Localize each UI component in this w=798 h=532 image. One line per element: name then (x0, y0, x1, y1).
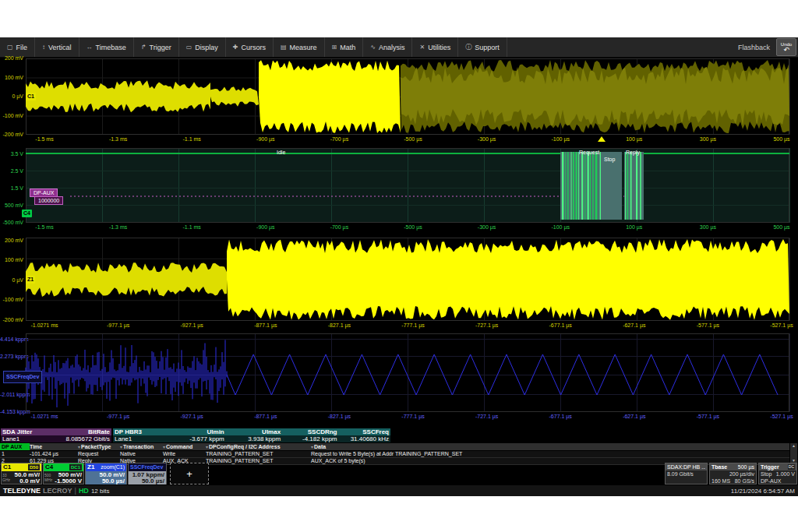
menu-label: Analysis (379, 44, 405, 51)
sscfreqdev-trace-tag[interactable]: SSCFreqDev (3, 371, 42, 383)
brand-separator: | (75, 487, 76, 495)
table-row: Lane1 8.085672 Gbit/s (1, 435, 111, 442)
sda-summary-box[interactable]: SDAX:DP HB ... 8.09 Gbit/s (665, 463, 708, 484)
sort-arrow-icon: ▾ (311, 445, 313, 449)
decode-header-address[interactable]: ▾DPConfigReq / I2C Address (206, 443, 281, 451)
c4-ground-badge[interactable]: C4 (22, 210, 32, 217)
c1-bandwidth-unit: GHz (2, 477, 10, 482)
menu-item-measure[interactable]: ▤Measure (274, 37, 325, 57)
x-tick-label: -627.1 µs (623, 322, 645, 328)
x-tick-label: -300 µs (478, 136, 496, 142)
menu-item-utilities[interactable]: ✕Utilities (412, 37, 458, 57)
dpaux-decode-table[interactable]: DP AUX Time ▾PacketType ▾Transaction ▾Co… (0, 443, 789, 463)
menu-label: Display (195, 44, 218, 51)
grid4-time-axis: -1.0271 ms-977.1 µs-927.1 µs-877.1 µs-82… (0, 413, 798, 422)
decode-bus-cell[interactable]: DP AUX (0, 443, 30, 450)
trigger-coupling-badge: DC (788, 464, 795, 470)
hbr3-sscdrng: -4.182 kppm (282, 435, 338, 442)
x-tick-label: -927.1 µs (181, 322, 203, 328)
x-tick-label: -700 µs (330, 136, 349, 142)
grid3-zoom-plot[interactable] (0, 238, 798, 321)
grid1-waveform-plot[interactable] (0, 58, 798, 135)
sscfreqdev-descriptor-box[interactable]: SSCFreqDev 1.07 kppm/50.0 µs/ (128, 463, 167, 484)
x-tick-label: -1.3 ms (109, 224, 127, 230)
bits-label: 12 bits (91, 488, 110, 495)
x-tick-label: -977.1 µs (107, 414, 129, 419)
decode-table-scrollbar[interactable]: ▲ ▼ (790, 443, 797, 463)
menu-item-timebase[interactable]: ↔Timebase (79, 37, 134, 57)
sda-box-value: 8.09 Gbit/s (667, 470, 694, 477)
decode-row-1[interactable]: 1 -101.424 µs Request Native Write TRAIN… (0, 451, 789, 458)
brand-lecroy: LECROY (43, 487, 72, 495)
menu-item-trigger[interactable]: ↱Trigger (134, 37, 179, 57)
z1-descriptor-box[interactable]: Z1 zoom(C1) 50.0 mV/50.0 µs/ (85, 463, 127, 484)
decode-time: -101.424 µs (30, 451, 58, 457)
decode-header-data[interactable]: ▾Data (311, 443, 326, 451)
decode-header-label: Command (166, 444, 192, 449)
menu-item-math[interactable]: ⊞Math (325, 37, 364, 57)
menu-item-vertical[interactable]: ↕Vertical (35, 37, 79, 57)
c4-descriptor-box[interactable]: C4 DC1 500MHz 500 mV/-1.5000 V (43, 463, 84, 484)
x-tick-label: -877.1 µs (254, 322, 277, 328)
decode-packet: Request (78, 451, 98, 457)
x-tick-label: 300 µs (700, 224, 716, 230)
c1-ground-badge[interactable]: C1 (26, 93, 36, 100)
hbr3-lane: Lane1 (113, 435, 159, 442)
trigger-level: 1.000 V (776, 470, 795, 477)
x-tick-label: -577.1 µs (697, 322, 719, 328)
decode-idx: 1 (2, 451, 5, 457)
decode-reply-label: Reply (626, 150, 640, 156)
grid2-decode-plot[interactable] (0, 148, 798, 223)
decode-header-transaction[interactable]: ▾Transaction (120, 443, 154, 451)
x-tick-label: -527.1 µs (770, 322, 793, 328)
trigger-box[interactable]: TriggerDC Stop1.000 V DP-AUX (758, 463, 797, 484)
c1-coupling-badge: D50 (28, 464, 40, 470)
add-trace-button[interactable]: + (170, 463, 209, 484)
x-tick-label: 100 µs (626, 224, 642, 230)
menu-item-support[interactable]: ⓘSupport (458, 37, 507, 57)
decode-request-label: Request (579, 150, 599, 156)
decode-header-time[interactable]: Time (30, 443, 42, 450)
x-tick-label: -300 µs (478, 224, 496, 230)
undo-icon: ↶ (783, 47, 789, 53)
decode-data: AUX_ACK of 5 byte(s) (311, 458, 365, 464)
x-tick-label: 100 µs (626, 136, 642, 142)
x-tick-label: 500 µs (773, 224, 789, 230)
undo-button[interactable]: Undo ↶ (776, 38, 796, 56)
x-tick-label: -500 µs (404, 136, 422, 142)
sda-jitter-table[interactable]: SDA Jitter BitRate Lane1 8.085672 Gbit/s (1, 428, 111, 442)
x-tick-label: -1.0271 ms (30, 414, 58, 419)
menu-item-cursors[interactable]: ✚Cursors (226, 37, 274, 57)
menubar: ▢File ↕Vertical ↔Timebase ↱Trigger ▭Disp… (0, 37, 798, 58)
decode-stop-label: Stop (604, 157, 615, 163)
x-tick-label: -1.3 ms (109, 136, 127, 142)
decode-header-packettype[interactable]: ▾PacketType (78, 443, 111, 451)
timebase-icon: ↔ (87, 44, 93, 51)
scroll-up-icon[interactable]: ▲ (792, 443, 796, 448)
tbase-title: Tbase (711, 463, 727, 470)
menu-label: Vertical (48, 44, 72, 51)
decode-idle-label: Idle (277, 150, 285, 156)
hbr3-header-sscfreq: SSCFreq (339, 428, 391, 435)
decode-header-row: DP AUX Time ▾PacketType ▾Transaction ▾Co… (0, 443, 789, 451)
grid4-sscfreqdev-plot[interactable] (0, 333, 798, 412)
z1-ground-badge[interactable]: Z1 (26, 276, 35, 284)
flashback-label[interactable]: Flashback (738, 44, 770, 51)
sort-arrow-icon: ▾ (78, 445, 80, 449)
c4-offset: -1.5000 V (55, 477, 82, 484)
analysis-icon: ∿ (370, 44, 376, 51)
menu-label: File (16, 44, 28, 51)
decode-address: TRAINING_PATTERN_SET (206, 458, 273, 464)
hbr3-sscfreq: 31.40680 kHz (339, 435, 391, 442)
screenshot-root: ▢File ↕Vertical ↔Timebase ↱Trigger ▭Disp… (0, 0, 798, 532)
timebase-box[interactable]: Tbase500 µs 200 µs/div 160 MS80 GS/s (709, 463, 757, 484)
menu-label: Support (475, 44, 500, 51)
c1-descriptor-box[interactable]: C1 D50 33GHz 50.0 mV/0.0 mV (1, 463, 42, 484)
x-tick-label: -1.0271 ms (30, 322, 58, 328)
dp-hbr3-table[interactable]: DP HBR3 UImin UImax SSCDRng SSCFreq Lane… (113, 428, 390, 442)
sda-box-title: SDAX:DP HB ... (667, 463, 705, 470)
x-tick-label: -100 µs (551, 224, 570, 230)
decode-header-command[interactable]: ▾Command (163, 443, 192, 451)
menu-item-display[interactable]: ▭Display (179, 37, 226, 57)
menu-item-analysis[interactable]: ∿Analysis (363, 37, 412, 57)
